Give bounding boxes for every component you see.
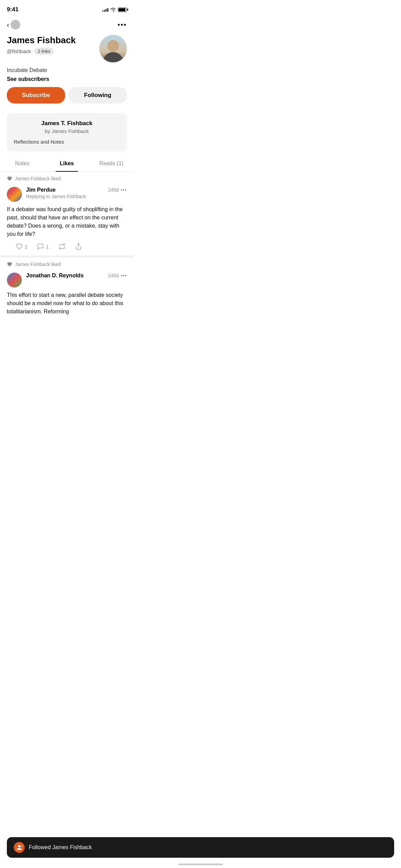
pub-title: James T. Fishback xyxy=(14,120,120,127)
status-icons xyxy=(102,8,127,12)
post-card-1: Jim Perdue 245d ••• Replying to James Fi… xyxy=(0,183,134,257)
action-buttons: Subscribe Following xyxy=(7,87,127,104)
nav-header: ‹ ••• xyxy=(0,17,134,32)
post-time-more: 245d ••• xyxy=(108,187,127,193)
battery-icon xyxy=(118,8,127,12)
post-author-row-2: Jonathan D. Reynolds 245d ••• xyxy=(26,273,127,279)
post-author-name[interactable]: Jim Perdue xyxy=(26,187,56,193)
signal-icon xyxy=(102,8,108,12)
like-action[interactable]: 2 xyxy=(7,243,27,250)
post-time-2: 245d xyxy=(108,273,119,278)
post-author-name-2[interactable]: Jonathan D. Reynolds xyxy=(26,273,84,279)
tabs: Notes Likes Reads (1) xyxy=(0,156,134,172)
post-avatar-1[interactable] xyxy=(7,187,22,202)
pub-author: by James Fishback xyxy=(14,128,120,134)
post-more-icon-2[interactable]: ••• xyxy=(121,273,127,278)
post-reply-to: Replying to James Fishback xyxy=(26,194,127,199)
post-more-icon[interactable]: ••• xyxy=(121,187,127,193)
avatar xyxy=(99,35,127,62)
post-avatar-2[interactable] xyxy=(7,273,22,288)
post-body: If a debater was found guilty of shoplif… xyxy=(7,205,127,238)
status-bar: 9:41 xyxy=(0,0,134,17)
share-action[interactable] xyxy=(75,243,82,250)
following-button[interactable]: Following xyxy=(69,87,127,104)
back-chevron-icon: ‹ xyxy=(7,21,9,28)
post-header-2: Jonathan D. Reynolds 245d ••• xyxy=(7,273,127,288)
post-time-more-2: 245d ••• xyxy=(108,273,127,278)
subscribe-button[interactable]: Subscribe xyxy=(7,87,65,104)
profile-section: James Fishback @fishback 2 links Incubat… xyxy=(0,32,134,109)
comment-action[interactable]: 1 xyxy=(37,243,49,250)
restack-action[interactable] xyxy=(59,243,65,250)
profile-top: James Fishback @fishback 2 links xyxy=(7,35,127,62)
comment-count: 1 xyxy=(46,244,49,250)
links-badge[interactable]: 2 links xyxy=(34,48,54,55)
post-time: 245d xyxy=(108,187,119,193)
liked-by-text-2: James Fishback liked xyxy=(15,262,61,267)
publication-card[interactable]: James T. Fishback by James Fishback Refl… xyxy=(7,113,127,152)
liked-by-indicator: James Fishback liked xyxy=(0,172,134,183)
back-avatar xyxy=(11,20,20,29)
post-actions: 2 1 xyxy=(7,243,127,250)
back-button[interactable]: ‹ xyxy=(7,20,20,29)
profile-handle: @fishback xyxy=(7,48,31,54)
more-button[interactable]: ••• xyxy=(118,21,127,29)
post-header: Jim Perdue 245d ••• Replying to James Fi… xyxy=(7,187,127,202)
profile-name: James Fishback xyxy=(7,35,99,46)
profile-meta: @fishback 2 links xyxy=(7,48,99,55)
post-meta: Jim Perdue 245d ••• Replying to James Fi… xyxy=(26,187,127,199)
profile-description: Incubate Debate xyxy=(7,67,127,73)
liked-by-text: James Fishback liked xyxy=(15,176,61,181)
post-body-2: This effort to start a new, parallel deb… xyxy=(7,291,127,316)
post-meta-2: Jonathan D. Reynolds 245d ••• xyxy=(26,273,127,279)
status-time: 9:41 xyxy=(7,6,19,13)
see-subscribers-link[interactable]: See subscribers xyxy=(7,76,127,82)
liked-by-indicator-2: James Fishback liked xyxy=(0,257,134,269)
pub-description: Reflections and Notes xyxy=(14,139,120,145)
tab-likes[interactable]: Likes xyxy=(45,156,89,171)
post-author-row: Jim Perdue 245d ••• xyxy=(26,187,127,193)
post-card-2: Jonathan D. Reynolds 245d ••• This effor… xyxy=(0,269,134,321)
tab-notes[interactable]: Notes xyxy=(0,156,45,171)
wifi-icon xyxy=(110,8,116,12)
profile-info: James Fishback @fishback 2 links xyxy=(7,35,99,55)
tab-reads[interactable]: Reads (1) xyxy=(89,156,134,171)
like-count: 2 xyxy=(25,244,27,250)
